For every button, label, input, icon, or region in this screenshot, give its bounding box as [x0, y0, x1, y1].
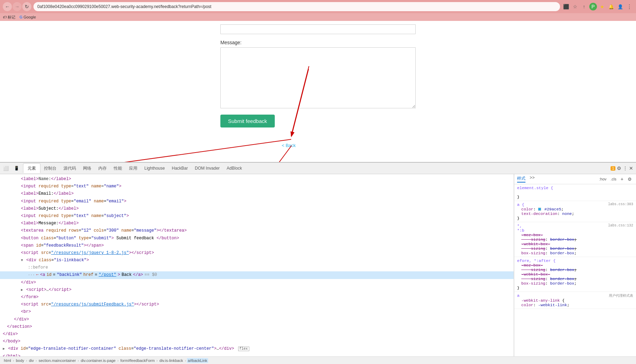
- dom-line-9: <button class="button" type="submit"> Su…: [0, 235, 514, 242]
- styles-tab[interactable]: 样式: [517, 176, 525, 183]
- selected-marker: ···: [28, 272, 35, 278]
- devtools-panel: ⬜ 📱 元素 控制台 源代码 网络 内存 性能 应用 Lighthouse Ha…: [0, 162, 636, 364]
- devtools-more-button[interactable]: ⋮: [623, 165, 628, 171]
- devtools-close-button[interactable]: ✕: [629, 165, 633, 171]
- back-link[interactable]: < Back: [282, 143, 296, 148]
- tab-adblock[interactable]: AdBlock: [223, 163, 245, 173]
- breadcrumb-section[interactable]: section.maincontainer: [38, 358, 77, 363]
- account-icon[interactable]: 👤: [616, 3, 624, 10]
- nav-refresh-button[interactable]: ↻: [22, 2, 31, 11]
- bookmark-icon-biaoji: 🏷: [3, 15, 7, 19]
- device-toolbar-icon[interactable]: 📱: [12, 164, 21, 173]
- dom-line-8: <textarea required rows="12" cols="300" …: [0, 227, 514, 234]
- browser-toolbar-icons: ⬛ ☆ ↑ P ★ 🔔 👤 ⋮: [562, 3, 633, 10]
- devtools-breadcrumb: html › body › div › section.maincontaine…: [0, 356, 636, 364]
- dom-line-13: ::before: [0, 264, 514, 271]
- profile-icon[interactable]: P: [589, 3, 597, 10]
- bookmark-icon[interactable]: ☆: [571, 3, 579, 10]
- tab-application[interactable]: 应用: [126, 163, 141, 173]
- download-icon[interactable]: ↑: [580, 3, 588, 10]
- dom-line-23: </body>: [0, 338, 514, 345]
- browser-chrome: ← → ↻ ⬛ ☆ ↑ P ★ 🔔 👤 ⋮ 🏷 标记 G Google: [0, 0, 636, 21]
- tab-performance[interactable]: 性能: [110, 163, 126, 173]
- message-textarea[interactable]: [220, 47, 416, 108]
- dom-line-25: </html>: [0, 353, 514, 357]
- dom-line-20: </div>: [0, 316, 514, 323]
- tab-network[interactable]: 网络: [80, 163, 95, 173]
- dom-line-18: <script src="/resources/js/submitFeedbac…: [0, 301, 514, 308]
- form-message-group: Message:: [220, 40, 416, 110]
- breadcrumb-container[interactable]: div.container.is-page: [80, 358, 116, 363]
- styles-panel-header: 样式 >> :hov .cls + ⚙: [514, 174, 636, 184]
- styles-hov-button[interactable]: :hov: [598, 176, 608, 182]
- submit-feedback-button[interactable]: Submit feedback: [220, 115, 275, 127]
- bookmark-google[interactable]: G Google: [20, 15, 36, 19]
- breadcrumb-div[interactable]: div: [28, 358, 35, 363]
- dom-line-17: </form>: [0, 294, 514, 301]
- breadcrumb-sep-4: ›: [78, 358, 79, 363]
- browser-toolbar: ← → ↻ ⬛ ☆ ↑ P ★ 🔔 👤 ⋮: [0, 0, 636, 13]
- selected-arrow-icon: ←: [36, 272, 39, 278]
- breadcrumb-sep-1: ›: [13, 358, 14, 363]
- breadcrumb-html[interactable]: html: [3, 358, 12, 363]
- breadcrumb-body[interactable]: body: [15, 358, 25, 363]
- tab-lighthouse[interactable]: Lighthouse: [141, 163, 168, 173]
- dom-line-selected[interactable]: ··· ← <a id="backLink" href="/post">Back…: [0, 271, 514, 279]
- dom-line-2: <input required type="text" name="name">: [0, 183, 514, 190]
- dom-line-12: ▼ <div class="is-linkback">: [0, 257, 514, 264]
- breadcrumb-sep-3: ›: [36, 358, 37, 363]
- dom-line-3: <label>Email:</label>: [0, 190, 514, 198]
- dom-line-21: </section>: [0, 323, 514, 331]
- nav-forward-button[interactable]: →: [13, 2, 22, 11]
- breadcrumb-backlink[interactable]: a#backLink: [187, 358, 209, 363]
- styles-cls-button[interactable]: .cls: [609, 176, 618, 182]
- style-rule-star: *,*:b labs.css:132 -moz-box- sizing: bor…: [514, 222, 636, 257]
- message-label: Message:: [220, 40, 416, 45]
- breadcrumb-sep-6: ›: [157, 358, 158, 363]
- extensions-icon[interactable]: ⬛: [562, 3, 570, 10]
- address-bar[interactable]: [33, 2, 560, 11]
- tab-sources[interactable]: 源代码: [60, 163, 80, 173]
- nav-back-button[interactable]: ←: [3, 2, 12, 11]
- dom-line-16: ▶ <script>…</script>: [0, 286, 514, 294]
- dom-line-24: ▶ <div id="edge-translate-notifier-conta…: [0, 345, 514, 353]
- inspect-element-icon[interactable]: ⬜: [1, 164, 10, 173]
- dom-line-11: <script src="/resources/js/jquery_1-8-2.…: [0, 249, 514, 257]
- dom-line-1: <label>Name:</label>: [0, 176, 514, 183]
- tab-memory[interactable]: 内存: [95, 163, 110, 173]
- devtools-body: <label>Name:</label> <input required typ…: [0, 174, 636, 356]
- style-rule-user-agent: a 用户代理样式表 -webkit-any-link { color: -web…: [514, 292, 636, 309]
- bookmark-label-biaoji: 标记: [8, 15, 15, 20]
- bookmark-biaoji[interactable]: 🏷 标记: [3, 15, 15, 20]
- computed-tab[interactable]: >>: [530, 176, 535, 183]
- bookmark-label-google: Google: [24, 15, 36, 19]
- dom-line-10: <span id="feedbackResult"></span>: [0, 242, 514, 249]
- devtools-tabs-bar: ⬜ 📱 元素 控制台 源代码 网络 内存 性能 应用 Lighthouse Ha…: [0, 163, 636, 174]
- dom-line-6: <input required type="text" name="subjec…: [0, 212, 514, 220]
- style-rule-element: element.style { }: [514, 184, 636, 201]
- notification-icon[interactable]: 🔔: [607, 3, 615, 10]
- breadcrumb-sep-2: ›: [26, 358, 27, 363]
- dom-panel[interactable]: <label>Name:</label> <input required typ…: [0, 174, 514, 356]
- dom-line-19: <br>: [0, 308, 514, 316]
- breadcrumb-form[interactable]: form#feedbackForm: [119, 358, 156, 363]
- webpage-content: Message: Submit feedback: [0, 21, 636, 131]
- tab-console[interactable]: 控制台: [40, 163, 60, 173]
- nav-buttons: ← → ↻: [3, 2, 31, 11]
- bookmark-icon-google: G: [20, 15, 23, 19]
- more-menu-button[interactable]: ⋮: [626, 3, 633, 10]
- extension-icon-1[interactable]: ★: [598, 3, 606, 10]
- breadcrumb-sep-7: ›: [185, 358, 186, 363]
- dom-line-22: </div>: [0, 331, 514, 338]
- tab-hackbar[interactable]: HackBar: [168, 163, 191, 173]
- breadcrumb-linkback[interactable]: div.is-linkback: [158, 358, 184, 363]
- webpage-area: Message: Submit feedback < Back: [0, 21, 636, 167]
- tab-dom-invader[interactable]: DOM Invader: [191, 163, 223, 173]
- tab-elements[interactable]: 元素: [23, 163, 40, 173]
- styles-plus-button[interactable]: +: [619, 176, 625, 182]
- devtools-settings-button[interactable]: ⚙: [617, 165, 621, 171]
- style-rule-a: a { labs.css:303 color: #29ace5; text-de…: [514, 201, 636, 222]
- bookmarks-bar: 🏷 标记 G Google: [0, 13, 636, 21]
- name-input[interactable]: [220, 24, 416, 34]
- styles-settings-button[interactable]: ⚙: [626, 176, 633, 182]
